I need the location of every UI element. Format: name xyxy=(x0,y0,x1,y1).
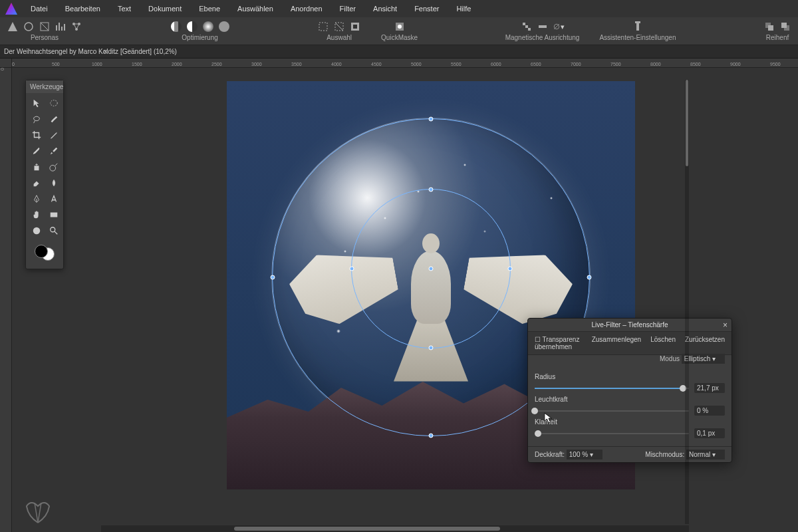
invert-sel-icon[interactable] xyxy=(349,21,361,33)
klarheit-slider[interactable] xyxy=(535,433,689,434)
menu-hilfe[interactable]: Hilfe xyxy=(452,2,475,15)
leuchtkraft-value[interactable]: 0 % xyxy=(694,406,725,416)
zoom-tool-icon[interactable] xyxy=(46,223,62,238)
crop-tool-icon[interactable] xyxy=(29,128,45,142)
snap-grid-icon[interactable] xyxy=(521,21,533,33)
document-tab-close-icon[interactable]: × xyxy=(103,47,108,57)
selection-ellipse-inner[interactable] xyxy=(351,189,511,348)
menu-fenster[interactable]: Fenster xyxy=(410,2,443,15)
hand-tool-icon[interactable] xyxy=(29,207,45,222)
tools-panel: Werkzeuge xyxy=(25,80,64,269)
contrast-icon[interactable] xyxy=(186,21,198,33)
ruler-horizontal: 0500100015002000250030003500400045005000… xyxy=(12,59,798,68)
svg-rect-17 xyxy=(768,25,773,31)
radius-slider[interactable] xyxy=(535,388,689,389)
levels-icon[interactable] xyxy=(170,21,182,33)
paint-brush-tool-icon[interactable] xyxy=(29,144,45,158)
persona-export-icon[interactable] xyxy=(70,21,82,33)
svg-point-22 xyxy=(50,165,56,171)
leuchtkraft-slider[interactable] xyxy=(535,410,689,412)
gradient-tool-icon[interactable] xyxy=(29,223,45,238)
svg-point-24 xyxy=(33,227,41,235)
assist-icon[interactable] xyxy=(632,21,644,33)
personas-label: Personas xyxy=(31,34,59,41)
toolbar: Personas Optimierung Auswahl QuickMaske … xyxy=(0,17,798,45)
tools-grid xyxy=(26,93,63,241)
auswahl-group: Auswahl xyxy=(317,21,361,41)
svg-point-11 xyxy=(398,25,402,29)
magnet-label: Magnetische Ausrichtung xyxy=(505,34,580,41)
leuchtkraft-label: Leuchtkraft xyxy=(535,396,725,403)
shadow-icon[interactable] xyxy=(202,21,214,33)
svg-rect-6 xyxy=(319,23,327,31)
vertical-scrollbar[interactable] xyxy=(685,80,689,524)
menu-ansicht[interactable]: Ansicht xyxy=(369,2,401,15)
personas-group: Personas xyxy=(7,21,82,41)
selection-brush-tool-icon[interactable] xyxy=(46,112,62,126)
svg-rect-14 xyxy=(636,23,639,31)
deckkraft-label: Deckkraft: xyxy=(535,451,565,458)
deckkraft-select[interactable]: 100 % ▾ xyxy=(567,450,602,460)
rectangle-tool-icon[interactable] xyxy=(46,207,62,222)
snap-toggle-icon[interactable]: ▾ xyxy=(553,21,565,33)
optimierung-group: Optimierung xyxy=(170,21,230,41)
fg-color-icon[interactable] xyxy=(35,245,48,258)
klarheit-value[interactable]: 0,1 px xyxy=(694,428,725,438)
blur-tool-icon[interactable] xyxy=(46,176,62,190)
ruler-corner xyxy=(0,59,12,68)
delete-button[interactable]: Löschen xyxy=(646,334,680,352)
menu-dokument[interactable]: Dokument xyxy=(144,2,186,15)
eraser-tool-icon[interactable] xyxy=(29,176,45,190)
ruler-vertical: 0500100015002000250030003500400045005000… xyxy=(0,68,12,532)
merge-button[interactable]: Zusammenlegen xyxy=(588,334,645,352)
lasso-tool-icon[interactable] xyxy=(29,112,45,126)
auswahl-label: Auswahl xyxy=(327,34,352,41)
svg-rect-9 xyxy=(353,25,357,29)
circle-icon[interactable] xyxy=(218,21,230,33)
move-tool-icon[interactable] xyxy=(29,96,45,110)
document-tab-bar: Der Weihnachtsengel by Marco Kolditz [Ge… xyxy=(0,45,798,59)
transparency-checkbox[interactable]: Transparenz übernehmen xyxy=(531,334,587,352)
arrange-group: Reihenf xyxy=(763,21,791,41)
persona-tone-icon[interactable] xyxy=(55,21,66,33)
dodge-tool-icon[interactable] xyxy=(46,160,62,174)
marquee-ellipse-tool-icon[interactable] xyxy=(46,96,62,110)
menu-bearbeiten[interactable]: Bearbeiten xyxy=(61,2,104,15)
clone-tool-icon[interactable] xyxy=(29,160,45,174)
persona-liquify-icon[interactable] xyxy=(23,21,35,33)
assist-label: Assistenten-Einstellungen xyxy=(599,34,676,41)
svg-rect-23 xyxy=(51,213,58,217)
quickmask-icon[interactable] xyxy=(394,21,406,33)
move-back-icon[interactable] xyxy=(763,21,775,33)
svg-point-25 xyxy=(51,227,55,232)
horizontal-scrollbar[interactable] xyxy=(101,525,689,532)
svg-rect-21 xyxy=(35,166,39,170)
mischmodus-select[interactable]: Normal ▾ xyxy=(686,450,725,460)
pen-tool-icon[interactable] xyxy=(29,192,45,206)
optimierung-label: Optimierung xyxy=(182,34,217,41)
select-all-icon[interactable] xyxy=(317,21,329,33)
move-front-icon[interactable] xyxy=(779,21,791,33)
persona-photo-icon[interactable] xyxy=(7,21,19,33)
radius-value[interactable]: 21,7 px xyxy=(694,383,725,393)
menu-datei[interactable]: Datei xyxy=(27,2,52,15)
menu-text[interactable]: Text xyxy=(114,2,135,15)
persona-develop-icon[interactable] xyxy=(39,21,51,33)
menu-auswaehlen[interactable]: Auswählen xyxy=(233,2,277,15)
dialog-title: Live-Filter – Tiefenschärfe × xyxy=(528,319,732,332)
eyedropper-tool-icon[interactable] xyxy=(46,128,62,142)
text-tool-icon[interactable] xyxy=(46,192,62,206)
reihenf-label: Reihenf xyxy=(766,34,789,41)
deselect-icon[interactable] xyxy=(333,21,345,33)
document-tab[interactable]: Der Weihnachtsengel by Marco Kolditz [Ge… xyxy=(4,48,177,55)
menu-anordnen[interactable]: Anordnen xyxy=(287,2,327,15)
menu-ebene[interactable]: Ebene xyxy=(195,2,224,15)
menu-bar: Datei Bearbeiten Text Dokument Ebene Aus… xyxy=(0,0,798,17)
snap-pixel-icon[interactable] xyxy=(537,21,549,33)
heal-brush-tool-icon[interactable] xyxy=(46,144,62,158)
quickmask-label: QuickMaske xyxy=(381,34,418,41)
color-swatch[interactable] xyxy=(35,245,55,261)
dialog-close-icon[interactable]: × xyxy=(723,321,728,330)
menu-filter[interactable]: Filter xyxy=(336,2,360,15)
assist-group: Assistenten-Einstellungen xyxy=(599,21,676,41)
